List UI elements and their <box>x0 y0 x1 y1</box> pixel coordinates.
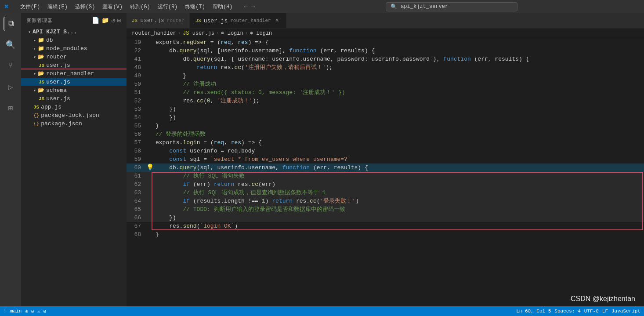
tab-user-js-router[interactable]: JS user.js router <box>127 13 190 28</box>
line-gutter <box>146 122 154 130</box>
line-gutter <box>146 222 154 230</box>
sidebar-label-router: router <box>46 54 67 60</box>
status-encoding: UTF-8 <box>584 309 599 314</box>
menu-help[interactable]: 帮助(H) <box>210 2 235 11</box>
line-gutter <box>146 197 154 205</box>
forward-button[interactable]: → <box>251 3 255 10</box>
sidebar-root[interactable]: ▾ API_KJZT_S... <box>21 28 127 36</box>
breadcrumb-login2[interactable]: ⊕ login <box>250 30 272 36</box>
sidebar-item-handler-user-js[interactable]: JS user.js <box>21 78 127 86</box>
table-row: 54 }) <box>127 113 644 122</box>
branch-icon: ⑂ <box>4 309 7 314</box>
sidebar-item-node-modules[interactable]: ▸ 📁 node_modules <box>21 44 127 53</box>
debug-icon: ▷ <box>8 82 13 92</box>
errors-indicator[interactable]: ⊗ 0 <box>25 309 34 314</box>
line-content: // 注册成功 <box>154 80 644 88</box>
line-number: 58 <box>127 147 146 155</box>
sidebar-item-router[interactable]: ▾ 📂 router <box>21 53 127 61</box>
warnings-indicator[interactable]: ⚠ 0 <box>37 309 46 314</box>
new-file-icon[interactable]: 📄 <box>92 17 100 24</box>
collapse-all-icon[interactable]: ⊟ <box>117 17 121 24</box>
line-gutter <box>146 155 154 163</box>
line-gutter <box>146 97 154 105</box>
line-gutter <box>146 113 154 122</box>
sidebar-item-db[interactable]: ▸ 📁 db <box>21 36 127 44</box>
table-row: 65 // TODO: 判断用户输入的登录密码是否和数据库中的密码一致 <box>127 205 644 214</box>
breadcrumb-user-js[interactable]: JS user.js <box>183 30 214 36</box>
table-row: 57 exports.login = (req, res) => { <box>127 138 644 147</box>
tab-close-button[interactable]: × <box>274 17 281 24</box>
table-row: 53 }) <box>127 105 644 113</box>
folder-icon: 📂 <box>38 70 44 77</box>
line-gutter <box>146 180 154 189</box>
menu-file[interactable]: 文件(F) <box>18 2 43 11</box>
line-content: // 执行 SQL 语句成功，但是查询到数据条数不等于 1 <box>154 189 644 197</box>
line-content: const userinfo = req.body <box>154 147 644 155</box>
activity-explorer[interactable]: ⧉ <box>4 17 18 31</box>
sidebar-item-package-lock[interactable]: {} package-lock.json <box>21 111 127 120</box>
line-gutter: 💡 <box>146 163 154 172</box>
activity-debug[interactable]: ▷ <box>4 80 18 94</box>
line-number: 51 <box>127 88 146 97</box>
menu-run[interactable]: 运行(R) <box>155 2 181 11</box>
sidebar-item-schema-user-js[interactable]: JS user.js <box>21 94 127 103</box>
breadcrumb-router-handler[interactable]: router_handler <box>132 30 176 36</box>
code-table: 10 exports.regUser = (req, res) => { 22 … <box>127 38 644 239</box>
refresh-icon[interactable]: ↺ <box>111 17 115 24</box>
line-number: 61 <box>127 172 146 180</box>
root-label: API_KJZT_S... <box>33 29 77 35</box>
line-content: return res.cc('注册用户失败，请稍后再试！'); <box>154 63 644 72</box>
sidebar-label-router-handler: router_handler <box>46 70 94 77</box>
line-number: 48 <box>127 63 146 72</box>
line-gutter <box>146 47 154 55</box>
sidebar-item-router-handler[interactable]: ▾ 📂 router_handler <box>21 69 127 78</box>
menu-goto[interactable]: 转到(G) <box>127 2 153 11</box>
table-row: 10 exports.regUser = (req, res) => { <box>127 38 644 47</box>
sidebar-label-node-modules: node_modules <box>46 45 87 52</box>
table-row: 68 } <box>127 230 644 239</box>
tab-context-router: router <box>167 18 185 23</box>
titlebar-nav: ← → <box>244 3 255 10</box>
titlebar-menu: 文件(F) 编辑(E) 选择(S) 查看(V) 转到(G) 运行(R) 终端(T… <box>18 2 235 11</box>
chevron-down-icon: ▾ <box>33 88 36 93</box>
line-content: // 登录的处理函数 <box>154 130 644 138</box>
table-row: 67 res.send(`login OK`) <box>127 222 644 230</box>
line-number: 10 <box>127 38 146 47</box>
line-number: 50 <box>127 80 146 88</box>
code-editor[interactable]: 10 exports.regUser = (req, res) => { 22 … <box>127 38 644 306</box>
activity-search[interactable]: 🔍 <box>4 38 18 52</box>
line-gutter <box>146 130 154 138</box>
chevron-right-icon: ▸ <box>33 46 36 51</box>
menu-select[interactable]: 选择(S) <box>72 2 98 11</box>
sidebar-item-app-js[interactable]: JS app.js <box>21 103 127 111</box>
bulb-icon[interactable]: 💡 <box>146 164 154 171</box>
menu-view[interactable]: 查看(V) <box>100 2 125 11</box>
tab-user-js-handler[interactable]: JS user.js router_handler × <box>190 13 286 28</box>
new-folder-icon[interactable]: 📁 <box>101 17 109 24</box>
activity-source-control[interactable]: ⑂ <box>4 59 18 73</box>
search-icon: 🔍 <box>6 40 15 50</box>
activity-extensions[interactable]: ⊞ <box>4 101 18 115</box>
menu-edit[interactable]: 编辑(E) <box>45 2 70 11</box>
line-number: 54 <box>127 113 146 122</box>
line-gutter <box>146 172 154 180</box>
sidebar-item-router-user-js[interactable]: JS user.js <box>21 61 127 69</box>
line-number: 60 <box>127 163 146 172</box>
tab-label-router: user.js <box>140 17 164 24</box>
line-number: 53 <box>127 105 146 113</box>
branch-name[interactable]: main <box>10 309 22 314</box>
menu-terminal[interactable]: 终端(T) <box>182 2 208 11</box>
breadcrumb-login1[interactable]: ⊕ login <box>221 30 243 36</box>
folder-icon: 📁 <box>38 37 44 44</box>
table-row: 22 db.query(sql, [userinfo.username], fu… <box>127 47 644 55</box>
table-row: 51 // res.send({ status: 0, message: '注册… <box>127 88 644 97</box>
breadcrumb-sep2: › <box>216 30 219 36</box>
table-row: 55 } <box>127 122 644 130</box>
sidebar-item-schema[interactable]: ▾ 📂 schema <box>21 86 127 94</box>
sidebar-item-package-json[interactable]: {} package.json <box>21 120 127 128</box>
sidebar-label-db: db <box>46 37 53 44</box>
search-box[interactable]: 🔍 api_kjzt_server <box>386 2 517 11</box>
titlebar-search: 🔍 api_kjzt_server <box>264 2 640 11</box>
back-button[interactable]: ← <box>244 3 248 10</box>
line-content: } <box>154 72 644 80</box>
